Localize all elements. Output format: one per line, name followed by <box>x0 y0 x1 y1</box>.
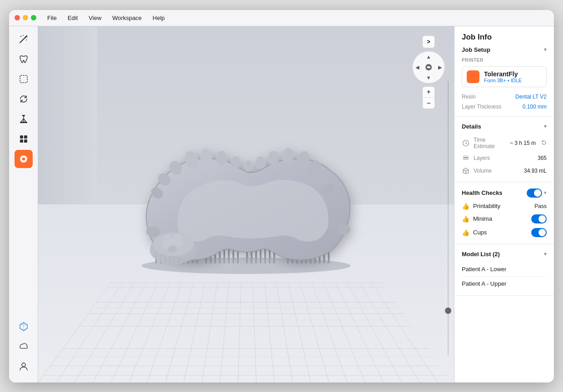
details-section: Details ▾ Time Estimate ~ 3 h 15 m <box>454 117 554 182</box>
menu-view[interactable]: View <box>87 14 103 22</box>
cube-tool[interactable] <box>15 317 33 335</box>
health-checks-label: Health Checks <box>462 189 503 196</box>
svg-point-4 <box>27 37 28 38</box>
printability-status: Pass <box>534 203 547 209</box>
main-layout: > ▲ ▼ ◀ ▶ + − <box>9 26 554 382</box>
time-value: ~ 3 h 15 m <box>510 140 536 146</box>
svg-line-0 <box>20 38 25 43</box>
svg-rect-14 <box>20 139 23 143</box>
resin-label: Resin <box>462 94 476 100</box>
svg-point-3 <box>26 40 27 40</box>
tooth-tool[interactable] <box>15 50 33 68</box>
printer-section-label: PRINTER <box>462 58 547 63</box>
layer-row: Layer Thickness 0.100 mm <box>462 102 547 112</box>
menu-bar: File Edit View Workspace Help <box>45 14 167 22</box>
model-item-lower[interactable]: Patient A - Lower <box>462 262 547 277</box>
nav-expand-button[interactable]: > <box>422 35 435 48</box>
svg-rect-6 <box>20 75 27 83</box>
cups-row: 👍 Cups <box>462 226 547 239</box>
details-header: Details ▾ <box>462 123 547 130</box>
printer-card[interactable]: TolerantFly Form 3B+ • IDLE <box>462 66 547 87</box>
resin-value: Dental LT V2 <box>515 94 547 100</box>
model-list-section: Model List (2) ▾ Patient A - Lower Patie… <box>454 244 554 296</box>
3d-model-container <box>38 26 454 382</box>
layers-icon <box>462 154 470 162</box>
menu-help[interactable]: Help <box>151 14 167 22</box>
nav-up-arrow: ▲ <box>426 54 431 60</box>
svg-rect-90 <box>463 157 469 158</box>
menu-edit[interactable]: Edit <box>66 14 79 22</box>
svg-point-2 <box>20 35 21 36</box>
slider-thumb[interactable] <box>445 308 451 314</box>
details-label: Details <box>462 123 481 130</box>
cups-toggle[interactable] <box>531 228 547 237</box>
svg-point-83 <box>337 224 351 235</box>
right-panel: Job Info Job Setup ▾ PRINTER TolerantFly… <box>454 26 554 382</box>
printability-thumb-icon: 👍 <box>462 203 469 210</box>
cloud-tool[interactable] <box>15 337 33 355</box>
svg-point-87 <box>173 234 183 248</box>
cups-thumb-icon: 👍 <box>462 229 469 236</box>
model-list-label: Model List (2) <box>462 251 500 258</box>
close-button[interactable] <box>15 15 20 20</box>
health-toggle-container: ▾ <box>527 189 547 198</box>
app-window: File Edit View Workspace Help <box>9 10 554 382</box>
model-list-chevron[interactable]: ▾ <box>544 251 547 257</box>
clock-icon <box>462 139 470 147</box>
nav-rotate-control[interactable]: ▲ ▼ ◀ ▶ <box>412 51 445 84</box>
volume-icon <box>462 167 470 175</box>
svg-line-1 <box>25 36 27 38</box>
support-tool[interactable] <box>15 110 33 128</box>
left-toolbar <box>9 26 38 382</box>
details-chevron[interactable]: ▾ <box>544 123 547 129</box>
viewport[interactable]: > ▲ ▼ ◀ ▶ + − <box>38 26 454 382</box>
job-setup-header: Job Setup ▾ <box>462 46 547 53</box>
menu-file[interactable]: File <box>45 14 59 22</box>
nav-zoom-control: + − <box>422 86 435 109</box>
printer-name: TolerantFly <box>484 70 542 78</box>
cups-label: Cups <box>473 229 528 236</box>
title-bar: File Edit View Workspace Help <box>9 10 554 26</box>
health-chevron[interactable]: ▾ <box>544 190 547 196</box>
layers-value: 365 <box>538 155 547 161</box>
svg-rect-15 <box>24 139 27 143</box>
svg-point-70 <box>231 156 241 169</box>
svg-point-82 <box>146 226 160 237</box>
printer-info: TolerantFly Form 3B+ • IDLE <box>484 70 542 83</box>
minima-toggle[interactable] <box>531 214 547 223</box>
traffic-lights <box>15 15 36 20</box>
print-tool[interactable] <box>15 150 33 168</box>
zoom-out-button[interactable]: − <box>423 98 435 109</box>
job-setup-chevron[interactable]: ▾ <box>544 46 547 53</box>
account-tool[interactable] <box>15 357 33 375</box>
svg-point-22 <box>22 363 25 367</box>
model-item-upper[interactable]: Patient A - Upper <box>462 277 547 291</box>
layer-slider[interactable] <box>447 81 449 355</box>
svg-point-71 <box>244 160 253 171</box>
svg-rect-92 <box>463 155 469 156</box>
nav-left-arrow: ◀ <box>415 64 419 70</box>
select-tool[interactable] <box>15 70 33 88</box>
rotate-tool[interactable] <box>15 90 33 108</box>
maximize-button[interactable] <box>31 15 36 20</box>
minimize-button[interactable] <box>23 15 28 20</box>
zoom-in-button[interactable]: + <box>423 87 435 98</box>
model-list-header: Model List (2) ▾ <box>462 251 547 258</box>
printer-status: Form 3B+ • IDLE <box>484 78 542 83</box>
minima-row: 👍 Minima <box>462 212 547 226</box>
printer-icon <box>467 70 479 83</box>
nav-eye-pupil <box>427 66 430 68</box>
minima-thumb-icon: 👍 <box>462 215 469 223</box>
layout-tool[interactable] <box>15 130 33 148</box>
health-checks-section: Health Checks ▾ 👍 Printability Pass 👍 Mi… <box>454 182 554 244</box>
svg-point-72 <box>256 156 266 169</box>
layer-value: 0.100 mm <box>523 104 547 110</box>
refresh-icon[interactable] <box>541 139 547 147</box>
layers-row: Layers 365 <box>462 152 547 164</box>
nav-widget: > ▲ ▼ ◀ ▶ + − <box>412 35 445 109</box>
magic-wand-tool[interactable] <box>15 30 33 48</box>
time-label: Time Estimate <box>474 137 506 149</box>
health-checks-toggle[interactable] <box>527 189 542 198</box>
svg-point-88 <box>168 245 177 253</box>
menu-workspace[interactable]: Workspace <box>110 14 143 22</box>
